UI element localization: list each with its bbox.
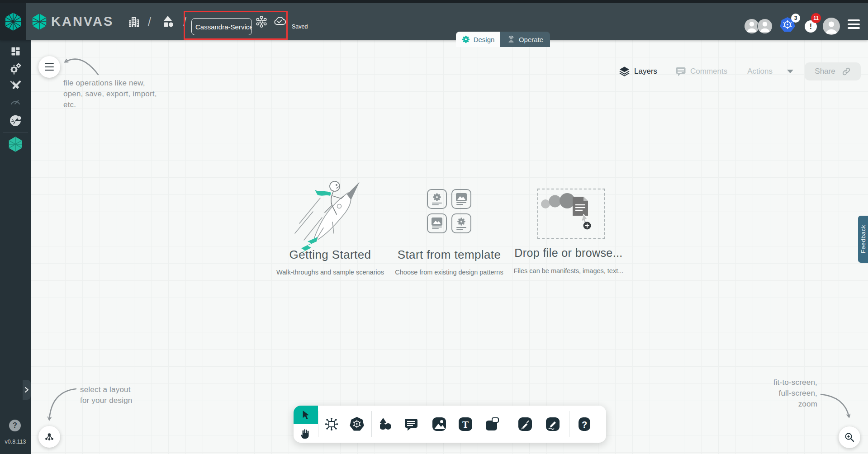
version-label: v0.8.113: [0, 439, 31, 445]
window-top-strip: [0, 0, 868, 3]
template-thumb-design-2: [451, 213, 471, 233]
design-canvas[interactable]: file operations like new, open, save, ex…: [31, 40, 868, 454]
template-spiral-icon: [432, 193, 442, 202]
kanvas-active-icon: [8, 136, 23, 152]
template-spiral-icon: [456, 217, 466, 226]
sidebar-item-extensions[interactable]: [0, 114, 31, 128]
image-tool[interactable]: [432, 416, 447, 432]
kubernetes-wheel-icon: [349, 416, 365, 432]
brand-wordmark: KANVAS: [51, 14, 114, 29]
question-icon: ?: [577, 416, 592, 432]
cursor-icon: [301, 410, 311, 421]
sidebar-item-performance[interactable]: [0, 96, 31, 109]
chevron-down-icon: [787, 69, 794, 74]
tab-design[interactable]: Design: [456, 32, 500, 47]
sidebar-divider: [3, 132, 28, 133]
template-image-icon: [456, 193, 467, 201]
share-button[interactable]: Share: [805, 62, 861, 80]
kubernetes-badge: 3: [791, 14, 800, 23]
tab-operate[interactable]: Operate: [500, 32, 550, 47]
canvas-header-controls: Layers Comments Actions Share: [619, 61, 861, 82]
pan-tool[interactable]: [294, 424, 318, 443]
collaborator-avatar-2[interactable]: [757, 19, 773, 34]
header-menu-button[interactable]: [848, 19, 860, 29]
user-avatar[interactable]: [823, 18, 840, 35]
drop-file-title[interactable]: Drop file or browse...: [496, 246, 641, 260]
meshery-hexagon-icon: [5, 12, 22, 31]
note-icon: [484, 416, 500, 432]
notifications-button[interactable]: ! 11: [805, 18, 825, 37]
comments-label: Comments: [690, 67, 727, 76]
note-tool[interactable]: [484, 416, 500, 432]
actions-dropdown[interactable]: Actions: [747, 67, 794, 76]
toolbar-help-tool[interactable]: ?: [577, 416, 592, 432]
organization-icon[interactable]: [127, 15, 141, 28]
comment-tool[interactable]: [403, 416, 419, 432]
sidebar-item-configuration[interactable]: [0, 80, 31, 92]
freehand-tool[interactable]: [545, 416, 560, 432]
svg-text:?: ?: [582, 420, 587, 430]
comments-button[interactable]: Comments: [675, 66, 727, 77]
design-name-input[interactable]: [191, 18, 252, 35]
pencil-icon: [545, 416, 560, 432]
saved-status: Saved: [292, 24, 308, 30]
sidebar-item-dashboard[interactable]: [0, 45, 31, 57]
layout-fab[interactable]: [38, 426, 60, 448]
meshery-logo-button[interactable]: [0, 3, 26, 40]
app-header: KANVAS / /: [0, 3, 868, 40]
cloud-saved-icon[interactable]: [272, 14, 287, 29]
sidebar-expand-handle[interactable]: [23, 380, 31, 400]
operate-icon: [507, 35, 515, 43]
shapes-icon: [378, 417, 392, 431]
kanvas-hexagon-icon: [32, 13, 47, 30]
drop-file-zone[interactable]: [537, 189, 605, 239]
design-toolbar: T: [294, 406, 606, 443]
text-tool[interactable]: T: [458, 416, 473, 432]
arrow-to-zoom-fab: [821, 394, 849, 417]
drop-file-subtitle: Files can be manifests, images, text...: [496, 267, 641, 274]
arrow-to-layout-fab: [49, 389, 76, 420]
component-tool[interactable]: [324, 416, 339, 432]
tools-icon: [9, 80, 22, 92]
tab-design-label: Design: [474, 36, 495, 43]
kubernetes-tool[interactable]: [349, 416, 365, 432]
annotation-zoom-controls: fit-to-screen, full-screen, zoom: [773, 377, 817, 410]
kubernetes-context-button[interactable]: 3: [779, 17, 797, 35]
text-icon: T: [458, 416, 473, 432]
workspace-icon[interactable]: [161, 15, 175, 28]
annotation-select-layout: select a layout for your design: [80, 384, 132, 406]
left-sidebar: ? v0.8.113: [0, 40, 31, 454]
actions-label: Actions: [747, 67, 773, 76]
extensions-icon: [9, 114, 22, 128]
gauge-icon: [9, 96, 22, 109]
sidebar-divider-2: [3, 158, 28, 158]
design-spiral-icon: [462, 35, 470, 43]
select-tool-active[interactable]: [294, 406, 318, 424]
zoom-in-icon: [844, 432, 855, 443]
sidebar-item-kanvas-active[interactable]: [0, 136, 31, 152]
layers-button[interactable]: Layers: [619, 66, 657, 77]
kanvas-brand[interactable]: KANVAS: [32, 3, 114, 40]
feedback-button[interactable]: Feedback: [858, 216, 868, 263]
template-image-icon: [432, 218, 442, 226]
template-thumb-design: [427, 189, 447, 209]
start-from-template-card[interactable]: [427, 189, 471, 233]
tab-operate-label: Operate: [519, 36, 543, 43]
kanvas-app: KANVAS / /: [0, 0, 868, 454]
environment-icon[interactable]: [255, 15, 268, 28]
drop-file-icon: [538, 189, 604, 238]
svg-text:T: T: [462, 419, 469, 430]
dashboard-icon: [9, 45, 22, 57]
shapes-tool[interactable]: [377, 416, 393, 432]
template-thumb-image-2: [427, 213, 447, 233]
template-thumb-image: [451, 189, 471, 209]
pen-icon: [517, 416, 533, 432]
getting-started-illustration[interactable]: [289, 170, 373, 254]
zoom-fab[interactable]: [839, 426, 860, 448]
pen-tool[interactable]: [517, 416, 533, 432]
breadcrumb-separator: /: [148, 15, 151, 28]
canvas-menu-fab[interactable]: [38, 56, 60, 78]
sidebar-item-lifecycle[interactable]: [0, 62, 31, 76]
help-button[interactable]: ?: [9, 420, 21, 431]
link-icon: [842, 67, 851, 76]
